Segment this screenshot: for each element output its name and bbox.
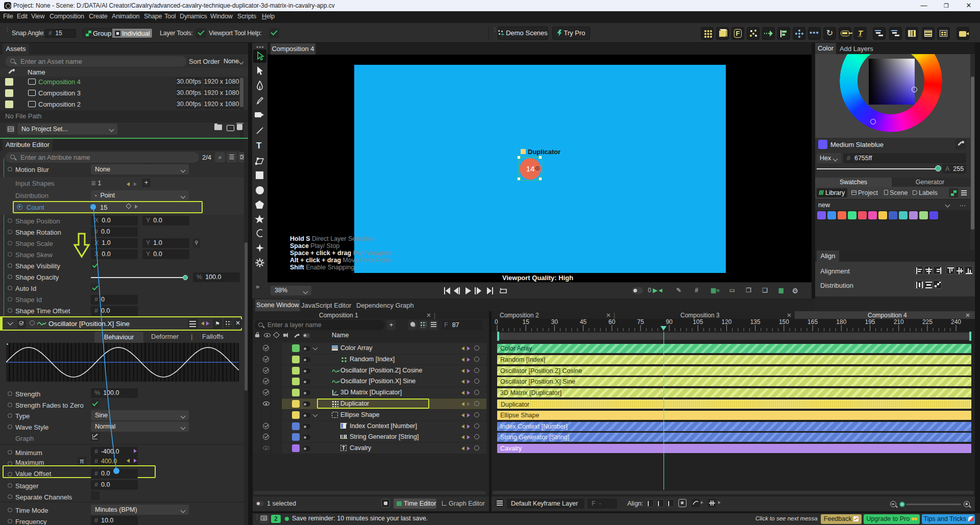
svg-text:210: 210 — [894, 319, 904, 326]
svg-text:45: 45 — [580, 319, 587, 326]
svg-text:165: 165 — [807, 319, 818, 326]
svg-text:150: 150 — [779, 319, 789, 326]
svg-text:195: 195 — [865, 319, 875, 326]
svg-text:240: 240 — [951, 319, 961, 326]
svg-text:135: 135 — [750, 319, 761, 326]
svg-text:75: 75 — [637, 319, 644, 326]
svg-text:225: 225 — [922, 319, 933, 326]
svg-text:105: 105 — [693, 319, 703, 326]
svg-text:0: 0 — [495, 319, 498, 326]
svg-text:15: 15 — [523, 319, 530, 326]
svg-text:120: 120 — [721, 319, 731, 326]
svg-text:60: 60 — [608, 319, 616, 326]
svg-text:180: 180 — [836, 319, 846, 326]
svg-text:30: 30 — [551, 319, 558, 326]
svg-text:90: 90 — [666, 319, 673, 326]
